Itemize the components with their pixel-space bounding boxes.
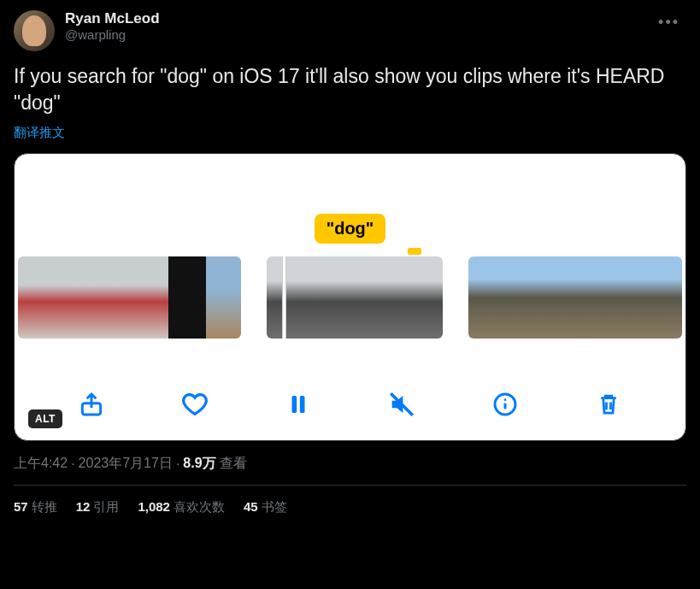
clip-thumbnail	[56, 256, 93, 339]
tweet-stats: 57转推 12引用 1,082喜欢次数 45书签	[14, 486, 686, 529]
more-options-button[interactable]: •••	[651, 10, 686, 35]
quotes-stat[interactable]: 12引用	[76, 499, 120, 515]
tweet-time: 上午4:42	[14, 455, 68, 473]
bookmarks-count: 45	[244, 499, 258, 514]
likes-label: 喜欢次数	[174, 499, 225, 514]
likes-count: 1,082	[138, 499, 170, 514]
views-count: 8.9万	[183, 455, 215, 473]
clip-thumbnail	[267, 256, 311, 339]
user-handle: @warpling	[65, 27, 160, 42]
share-icon	[78, 391, 105, 418]
retweets-stat[interactable]: 57转推	[14, 499, 57, 515]
clip-thumbnail	[468, 256, 504, 339]
clip-group[interactable]	[18, 256, 241, 339]
retweets-count: 57	[14, 499, 28, 514]
views-label: 查看	[220, 455, 247, 473]
clip-group[interactable]	[267, 256, 443, 339]
clip-thumbnail	[311, 256, 356, 339]
likes-stat[interactable]: 1,082喜欢次数	[138, 499, 225, 515]
clip-thumbnail	[400, 256, 443, 339]
svg-rect-2	[300, 396, 305, 413]
clip-thumbnail	[206, 256, 241, 339]
info-icon	[491, 391, 519, 418]
delete-button[interactable]	[591, 387, 626, 421]
pause-icon	[285, 392, 311, 417]
media-toolbar	[15, 387, 685, 421]
clip-thumbnail	[504, 256, 540, 339]
alt-badge[interactable]: ALT	[28, 409, 62, 428]
info-button[interactable]	[488, 387, 522, 421]
clip-thumbnail	[93, 256, 131, 339]
clip-thumbnail	[612, 256, 648, 339]
clip-thumbnail	[540, 256, 576, 339]
quotes-label: 引用	[93, 499, 119, 514]
avatar[interactable]	[14, 10, 55, 51]
bookmarks-stat[interactable]: 45书签	[244, 499, 287, 515]
timeline-marker	[408, 248, 421, 255]
translate-link[interactable]: 翻译推文	[14, 125, 686, 141]
clip-thumbnail	[168, 256, 206, 339]
user-name-block[interactable]: Ryan McLeod @warpling	[65, 10, 160, 42]
meta-separator: ·	[176, 456, 179, 472]
search-chip-wrap: "dog"	[15, 214, 685, 244]
display-name: Ryan McLeod	[65, 10, 160, 27]
meta-separator: ·	[71, 456, 74, 472]
tweet-meta[interactable]: 上午4:42 · 2023年7月17日 · 8.9万 查看	[14, 455, 686, 473]
retweets-label: 转推	[32, 499, 57, 514]
tweet-date: 2023年7月17日	[79, 455, 173, 473]
like-button[interactable]	[178, 387, 212, 421]
clip-group[interactable]	[468, 256, 682, 339]
pause-button[interactable]	[281, 387, 315, 421]
tweet-header: Ryan McLeod @warpling •••	[14, 10, 686, 51]
trash-icon	[596, 392, 621, 417]
svg-rect-1	[292, 396, 297, 413]
heart-icon	[180, 390, 209, 419]
clip-thumbnail	[131, 256, 168, 339]
mute-button[interactable]	[385, 387, 419, 421]
clip-thumbnail	[576, 256, 612, 339]
bookmarks-label: 书签	[262, 499, 287, 514]
speaker-muted-icon	[387, 390, 416, 419]
clip-thumbnail	[648, 256, 682, 339]
share-button[interactable]	[74, 387, 109, 421]
svg-point-5	[503, 398, 506, 401]
playhead[interactable]	[282, 256, 286, 339]
video-timeline[interactable]	[15, 256, 685, 339]
search-chip: "dog"	[315, 214, 386, 244]
quotes-count: 12	[76, 499, 91, 514]
clip-thumbnail	[356, 256, 400, 339]
tweet-text: If you search for "dog" on iOS 17 it'll …	[14, 63, 686, 116]
media-card[interactable]: "dog"	[14, 153, 686, 441]
tweet-container: Ryan McLeod @warpling ••• If you search …	[0, 0, 700, 529]
clip-thumbnail	[18, 256, 56, 339]
